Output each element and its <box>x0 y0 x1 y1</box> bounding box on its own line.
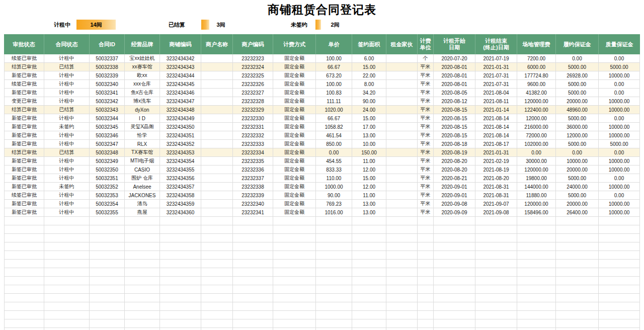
table-cell[interactable]: RLX <box>125 140 160 148</box>
table-cell[interactable] <box>4 260 44 268</box>
table-cell[interactable]: 0.00 <box>517 148 556 157</box>
table-cell[interactable] <box>90 311 125 319</box>
table-cell[interactable] <box>386 208 418 217</box>
table-cell[interactable] <box>90 217 125 225</box>
table-cell[interactable] <box>201 148 233 157</box>
table-cell[interactable]: 3232434359 <box>160 200 201 208</box>
table-cell[interactable] <box>386 166 418 174</box>
table-cell[interactable]: 固定金额 <box>273 89 316 97</box>
table-cell[interactable]: 26928.00 <box>556 71 599 80</box>
table-cell[interactable] <box>201 242 233 251</box>
table-cell[interactable]: 6.00 <box>352 54 386 63</box>
table-cell[interactable]: 续签已审批 <box>4 80 44 89</box>
table-cell[interactable]: 12000.00 <box>517 114 556 123</box>
table-cell[interactable]: 新签已审批 <box>4 166 44 174</box>
table-cell[interactable]: 23232338 <box>233 183 273 191</box>
table-cell[interactable] <box>160 234 201 242</box>
table-cell[interactable] <box>475 251 517 260</box>
table-cell[interactable] <box>556 319 599 328</box>
column-header[interactable]: 合同ID <box>90 34 125 54</box>
table-cell[interactable]: 3232434342 <box>160 54 201 63</box>
table-cell[interactable] <box>160 217 201 225</box>
table-cell[interactable] <box>201 234 233 242</box>
table-cell[interactable]: 变更已审批 <box>4 97 44 106</box>
table-cell[interactable]: 23232333 <box>233 140 273 148</box>
table-cell[interactable]: 50032352 <box>90 183 125 191</box>
table-cell[interactable]: 50032346 <box>90 131 125 140</box>
table-cell[interactable]: 5000.00 <box>556 174 599 183</box>
table-cell[interactable] <box>125 234 160 242</box>
table-cell[interactable]: 15.00 <box>352 174 386 183</box>
table-cell[interactable] <box>160 319 201 328</box>
table-cell[interactable]: 2020-09-01 <box>434 191 475 200</box>
table-cell[interactable] <box>434 225 475 234</box>
table-cell[interactable] <box>386 71 418 80</box>
table-cell[interactable] <box>475 242 517 251</box>
table-cell[interactable]: 新签已审批 <box>4 183 44 191</box>
table-cell[interactable]: 鱼x吉仓库 <box>125 89 160 97</box>
table-cell[interactable] <box>201 54 233 63</box>
table-cell[interactable] <box>386 106 418 114</box>
table-cell[interactable]: 平米 <box>418 208 434 217</box>
table-cell[interactable] <box>386 285 418 294</box>
table-cell[interactable]: 2021-08-14 <box>475 114 517 123</box>
table-cell[interactable] <box>556 260 599 268</box>
table-cell[interactable]: 17.00 <box>352 123 386 131</box>
table-cell[interactable]: 23232330 <box>233 114 273 123</box>
table-cell[interactable]: 100.00 <box>316 54 352 63</box>
table-cell[interactable] <box>233 242 273 251</box>
table-cell[interactable]: 固定金额 <box>273 54 316 63</box>
table-cell[interactable] <box>475 234 517 242</box>
table-cell[interactable] <box>556 285 599 294</box>
table-cell[interactable]: 平米 <box>418 148 434 157</box>
table-cell[interactable] <box>201 277 233 285</box>
table-cell[interactable]: 23232327 <box>233 89 273 97</box>
table-cell[interactable]: 23232341 <box>233 208 273 217</box>
table-cell[interactable]: 24.00 <box>352 106 386 114</box>
table-cell[interactable]: 2021-08-19 <box>475 166 517 174</box>
table-cell[interactable] <box>44 251 90 260</box>
table-cell[interactable]: 未签约 <box>44 183 90 191</box>
table-cell[interactable] <box>4 225 44 234</box>
table-cell[interactable]: 2021-02-19 <box>475 157 517 166</box>
table-cell[interactable]: 2020-08-01 <box>434 71 475 80</box>
table-cell[interactable]: 固定金额 <box>273 157 316 166</box>
table-cell[interactable] <box>160 311 201 319</box>
table-cell[interactable] <box>599 242 640 251</box>
table-cell[interactable] <box>386 294 418 302</box>
column-header[interactable]: 计费 单位 <box>418 34 434 54</box>
column-header[interactable]: 经营品牌 <box>125 34 160 54</box>
table-cell[interactable]: 0.00 <box>599 80 640 89</box>
table-cell[interactable]: 50032341 <box>90 89 125 97</box>
table-cell[interactable] <box>125 277 160 285</box>
table-cell[interactable] <box>160 242 201 251</box>
table-cell[interactable]: dyXon <box>125 106 160 114</box>
table-cell[interactable] <box>125 225 160 234</box>
table-cell[interactable] <box>599 328 640 330</box>
table-cell[interactable] <box>599 294 640 302</box>
table-cell[interactable] <box>316 260 352 268</box>
table-cell[interactable] <box>273 319 316 328</box>
table-cell[interactable] <box>386 251 418 260</box>
table-cell[interactable] <box>160 302 201 311</box>
table-cell[interactable] <box>273 302 316 311</box>
table-cell[interactable]: 23232326 <box>233 80 273 89</box>
table-cell[interactable]: 围炉 仓库 <box>125 174 160 183</box>
table-cell[interactable] <box>201 63 233 71</box>
table-cell[interactable] <box>599 260 640 268</box>
table-cell[interactable]: 50032355 <box>90 208 125 217</box>
table-cell[interactable] <box>44 311 90 319</box>
table-cell[interactable] <box>90 251 125 260</box>
table-cell[interactable] <box>201 106 233 114</box>
table-cell[interactable]: 23232337 <box>233 174 273 183</box>
table-cell[interactable]: TX赛车馆 <box>125 148 160 157</box>
table-cell[interactable]: 0.00 <box>599 174 640 183</box>
table-cell[interactable]: 计租中 <box>44 140 90 148</box>
table-cell[interactable]: 计租中 <box>44 157 90 166</box>
table-cell[interactable]: 90.00 <box>316 191 352 200</box>
table-cell[interactable]: 12.00 <box>352 183 386 191</box>
table-cell[interactable] <box>475 217 517 225</box>
table-cell[interactable] <box>599 319 640 328</box>
table-cell[interactable]: 3232434360 <box>160 208 201 217</box>
table-cell[interactable] <box>599 251 640 260</box>
